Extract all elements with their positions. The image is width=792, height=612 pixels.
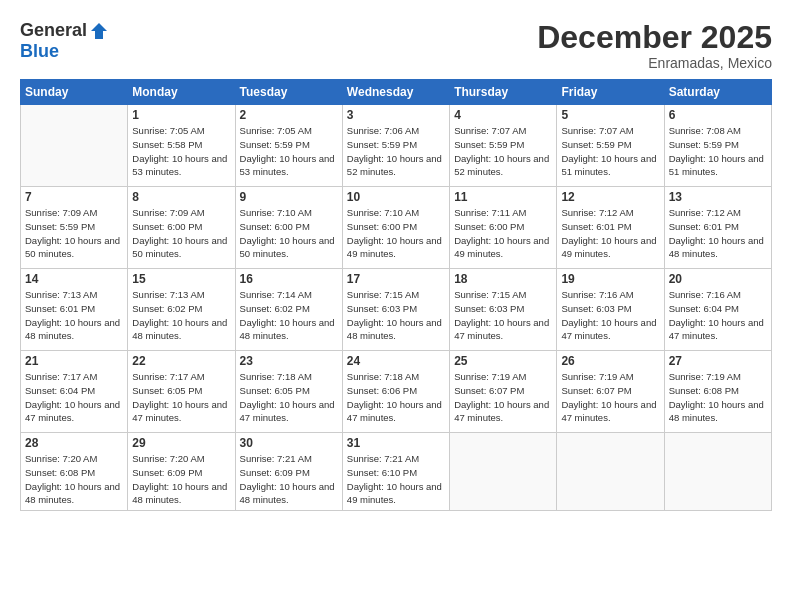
logo: General Blue: [20, 20, 109, 62]
day-info: Sunrise: 7:18 AMSunset: 6:06 PMDaylight:…: [347, 370, 445, 425]
day-info: Sunrise: 7:09 AMSunset: 6:00 PMDaylight:…: [132, 206, 230, 261]
calendar-cell: 29Sunrise: 7:20 AMSunset: 6:09 PMDayligh…: [128, 433, 235, 511]
day-info: Sunrise: 7:16 AMSunset: 6:03 PMDaylight:…: [561, 288, 659, 343]
day-number: 26: [561, 354, 659, 368]
day-info: Sunrise: 7:11 AMSunset: 6:00 PMDaylight:…: [454, 206, 552, 261]
calendar-cell: 9Sunrise: 7:10 AMSunset: 6:00 PMDaylight…: [235, 187, 342, 269]
day-info: Sunrise: 7:13 AMSunset: 6:01 PMDaylight:…: [25, 288, 123, 343]
calendar-cell: 28Sunrise: 7:20 AMSunset: 6:08 PMDayligh…: [21, 433, 128, 511]
day-number: 25: [454, 354, 552, 368]
day-number: 23: [240, 354, 338, 368]
day-info: Sunrise: 7:19 AMSunset: 6:07 PMDaylight:…: [454, 370, 552, 425]
day-number: 3: [347, 108, 445, 122]
day-info: Sunrise: 7:05 AMSunset: 5:59 PMDaylight:…: [240, 124, 338, 179]
day-info: Sunrise: 7:20 AMSunset: 6:09 PMDaylight:…: [132, 452, 230, 507]
calendar-cell: 21Sunrise: 7:17 AMSunset: 6:04 PMDayligh…: [21, 351, 128, 433]
day-info: Sunrise: 7:05 AMSunset: 5:58 PMDaylight:…: [132, 124, 230, 179]
weekday-header-thursday: Thursday: [450, 80, 557, 105]
logo-blue-text: Blue: [20, 41, 59, 61]
day-number: 22: [132, 354, 230, 368]
weekday-header-friday: Friday: [557, 80, 664, 105]
title-block: December 2025 Enramadas, Mexico: [537, 20, 772, 71]
day-number: 7: [25, 190, 123, 204]
calendar-week-row: 14Sunrise: 7:13 AMSunset: 6:01 PMDayligh…: [21, 269, 772, 351]
day-number: 1: [132, 108, 230, 122]
calendar-cell: 4Sunrise: 7:07 AMSunset: 5:59 PMDaylight…: [450, 105, 557, 187]
calendar-cell: 18Sunrise: 7:15 AMSunset: 6:03 PMDayligh…: [450, 269, 557, 351]
calendar-cell: 6Sunrise: 7:08 AMSunset: 5:59 PMDaylight…: [664, 105, 771, 187]
day-number: 19: [561, 272, 659, 286]
calendar-cell: 5Sunrise: 7:07 AMSunset: 5:59 PMDaylight…: [557, 105, 664, 187]
day-number: 12: [561, 190, 659, 204]
day-info: Sunrise: 7:15 AMSunset: 6:03 PMDaylight:…: [454, 288, 552, 343]
day-number: 27: [669, 354, 767, 368]
calendar-cell: 15Sunrise: 7:13 AMSunset: 6:02 PMDayligh…: [128, 269, 235, 351]
calendar-cell: [664, 433, 771, 511]
day-info: Sunrise: 7:12 AMSunset: 6:01 PMDaylight:…: [669, 206, 767, 261]
day-number: 5: [561, 108, 659, 122]
day-number: 24: [347, 354, 445, 368]
day-info: Sunrise: 7:06 AMSunset: 5:59 PMDaylight:…: [347, 124, 445, 179]
day-number: 28: [25, 436, 123, 450]
day-number: 20: [669, 272, 767, 286]
calendar-cell: 22Sunrise: 7:17 AMSunset: 6:05 PMDayligh…: [128, 351, 235, 433]
calendar-cell: 23Sunrise: 7:18 AMSunset: 6:05 PMDayligh…: [235, 351, 342, 433]
calendar-cell: 13Sunrise: 7:12 AMSunset: 6:01 PMDayligh…: [664, 187, 771, 269]
calendar-cell: 2Sunrise: 7:05 AMSunset: 5:59 PMDaylight…: [235, 105, 342, 187]
day-info: Sunrise: 7:09 AMSunset: 5:59 PMDaylight:…: [25, 206, 123, 261]
weekday-header-sunday: Sunday: [21, 80, 128, 105]
day-number: 9: [240, 190, 338, 204]
calendar-cell: 8Sunrise: 7:09 AMSunset: 6:00 PMDaylight…: [128, 187, 235, 269]
calendar-cell: [21, 105, 128, 187]
day-info: Sunrise: 7:14 AMSunset: 6:02 PMDaylight:…: [240, 288, 338, 343]
calendar-cell: 19Sunrise: 7:16 AMSunset: 6:03 PMDayligh…: [557, 269, 664, 351]
weekday-header-saturday: Saturday: [664, 80, 771, 105]
calendar-cell: 17Sunrise: 7:15 AMSunset: 6:03 PMDayligh…: [342, 269, 449, 351]
day-info: Sunrise: 7:12 AMSunset: 6:01 PMDaylight:…: [561, 206, 659, 261]
day-info: Sunrise: 7:20 AMSunset: 6:08 PMDaylight:…: [25, 452, 123, 507]
day-number: 2: [240, 108, 338, 122]
weekday-header-tuesday: Tuesday: [235, 80, 342, 105]
day-info: Sunrise: 7:19 AMSunset: 6:08 PMDaylight:…: [669, 370, 767, 425]
weekday-header-row: SundayMondayTuesdayWednesdayThursdayFrid…: [21, 80, 772, 105]
calendar-cell: [557, 433, 664, 511]
day-info: Sunrise: 7:18 AMSunset: 6:05 PMDaylight:…: [240, 370, 338, 425]
day-number: 10: [347, 190, 445, 204]
day-number: 15: [132, 272, 230, 286]
day-number: 4: [454, 108, 552, 122]
day-number: 17: [347, 272, 445, 286]
calendar-cell: 7Sunrise: 7:09 AMSunset: 5:59 PMDaylight…: [21, 187, 128, 269]
day-number: 31: [347, 436, 445, 450]
day-info: Sunrise: 7:10 AMSunset: 6:00 PMDaylight:…: [347, 206, 445, 261]
day-info: Sunrise: 7:19 AMSunset: 6:07 PMDaylight:…: [561, 370, 659, 425]
calendar-cell: 20Sunrise: 7:16 AMSunset: 6:04 PMDayligh…: [664, 269, 771, 351]
day-info: Sunrise: 7:13 AMSunset: 6:02 PMDaylight:…: [132, 288, 230, 343]
calendar-cell: 31Sunrise: 7:21 AMSunset: 6:10 PMDayligh…: [342, 433, 449, 511]
calendar-cell: 14Sunrise: 7:13 AMSunset: 6:01 PMDayligh…: [21, 269, 128, 351]
location: Enramadas, Mexico: [537, 55, 772, 71]
header: General Blue December 2025 Enramadas, Me…: [20, 20, 772, 71]
calendar-week-row: 7Sunrise: 7:09 AMSunset: 5:59 PMDaylight…: [21, 187, 772, 269]
day-number: 13: [669, 190, 767, 204]
calendar-cell: 1Sunrise: 7:05 AMSunset: 5:58 PMDaylight…: [128, 105, 235, 187]
day-info: Sunrise: 7:21 AMSunset: 6:09 PMDaylight:…: [240, 452, 338, 507]
day-info: Sunrise: 7:17 AMSunset: 6:05 PMDaylight:…: [132, 370, 230, 425]
calendar-week-row: 21Sunrise: 7:17 AMSunset: 6:04 PMDayligh…: [21, 351, 772, 433]
calendar-cell: [450, 433, 557, 511]
day-info: Sunrise: 7:10 AMSunset: 6:00 PMDaylight:…: [240, 206, 338, 261]
day-number: 11: [454, 190, 552, 204]
day-info: Sunrise: 7:17 AMSunset: 6:04 PMDaylight:…: [25, 370, 123, 425]
month-title: December 2025: [537, 20, 772, 55]
calendar-cell: 24Sunrise: 7:18 AMSunset: 6:06 PMDayligh…: [342, 351, 449, 433]
day-number: 29: [132, 436, 230, 450]
day-info: Sunrise: 7:21 AMSunset: 6:10 PMDaylight:…: [347, 452, 445, 507]
day-number: 6: [669, 108, 767, 122]
calendar: SundayMondayTuesdayWednesdayThursdayFrid…: [20, 79, 772, 511]
day-info: Sunrise: 7:07 AMSunset: 5:59 PMDaylight:…: [454, 124, 552, 179]
logo-general-text: General: [20, 20, 87, 41]
weekday-header-wednesday: Wednesday: [342, 80, 449, 105]
day-number: 18: [454, 272, 552, 286]
calendar-cell: 26Sunrise: 7:19 AMSunset: 6:07 PMDayligh…: [557, 351, 664, 433]
day-info: Sunrise: 7:07 AMSunset: 5:59 PMDaylight:…: [561, 124, 659, 179]
calendar-cell: 16Sunrise: 7:14 AMSunset: 6:02 PMDayligh…: [235, 269, 342, 351]
